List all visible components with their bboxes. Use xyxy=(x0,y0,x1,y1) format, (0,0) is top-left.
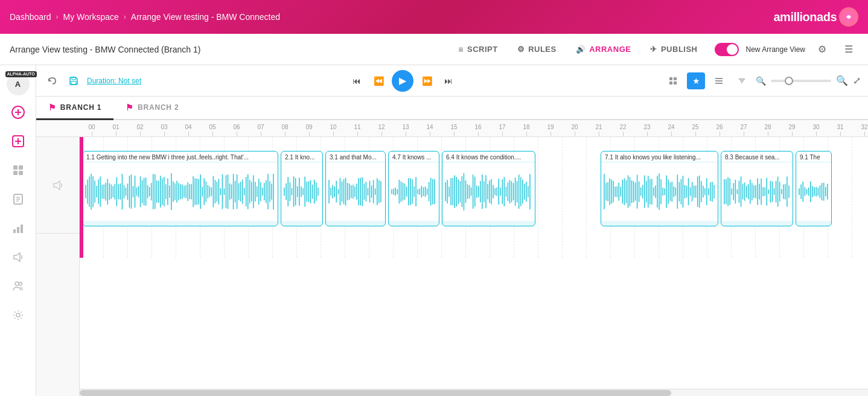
view-filter-button[interactable] xyxy=(733,72,751,89)
svg-rect-26 xyxy=(669,81,672,85)
clip-waveform xyxy=(326,162,385,221)
tracks-area[interactable]: 1.1 Getting into the new BMW i three jus… xyxy=(36,137,868,396)
clip-title: 7.1 It also knows you like listening... xyxy=(601,152,718,162)
track-label-col xyxy=(36,137,80,396)
breadcrumb-dashboard[interactable]: Dashboard xyxy=(10,12,51,22)
zoom-slider[interactable] xyxy=(771,80,831,82)
view-list-button[interactable] xyxy=(710,72,728,89)
ruler-mark: 31 xyxy=(828,124,852,136)
breadcrumb: Dashboard › My Workspace › Arrange View … xyxy=(10,12,280,22)
gear-button[interactable]: ⚙ xyxy=(812,40,832,59)
sidebar-avatar[interactable]: ALPHA-AUTO A xyxy=(7,72,30,95)
clip-footer xyxy=(389,221,439,226)
logo-icon xyxy=(839,7,858,27)
ruler-mark: 29 xyxy=(780,124,804,136)
sidebar-add-circle[interactable] xyxy=(6,100,30,124)
sidebar-chart[interactable] xyxy=(6,216,30,240)
audio-clip[interactable]: 3.1 and that Mo... xyxy=(325,151,386,226)
audio-clip[interactable]: 1.1 Getting into the new BMW i three jus… xyxy=(82,151,278,226)
breadcrumb-project: Arrange View testing - BMW Connected xyxy=(131,12,280,22)
tab-script-label: SCRIPT xyxy=(467,45,498,54)
forward-end-button[interactable]: ⏭ xyxy=(440,72,457,89)
clips-row: 1.1 Getting into the new BMW i three jus… xyxy=(80,149,868,228)
ruler-mark: 17 xyxy=(490,124,514,136)
ruler-mark: 26 xyxy=(707,124,732,136)
svg-rect-27 xyxy=(674,81,677,85)
new-arrange-toggle[interactable] xyxy=(715,43,739,56)
project-title: Arrange View testing - BMW Connected (Br… xyxy=(10,45,441,54)
ruler-mark: 14 xyxy=(418,124,442,136)
audio-clip[interactable]: 8.3 Because it sea... xyxy=(721,151,793,226)
tab-arrange[interactable]: 🔊 ARRANGE xyxy=(569,41,639,58)
clip-footer xyxy=(83,221,278,226)
menu-button[interactable]: ☰ xyxy=(839,40,858,59)
scrollbar-thumb xyxy=(80,390,671,396)
step-back-button[interactable]: ⏪ xyxy=(370,72,387,89)
clip-footer xyxy=(601,221,718,226)
clip-waveform xyxy=(389,162,439,221)
svg-marker-18 xyxy=(14,253,20,261)
svg-rect-15 xyxy=(13,229,16,233)
zoom-in-icon[interactable]: 🔍 xyxy=(836,75,848,86)
svg-point-19 xyxy=(15,282,19,286)
sidebar-settings[interactable] xyxy=(6,303,30,327)
timeline-content: 1.1 Getting into the new BMW i three jus… xyxy=(80,137,868,258)
step-forward-button[interactable]: ⏩ xyxy=(418,72,435,89)
svg-point-21 xyxy=(16,313,20,317)
breadcrumb-sep-2: › xyxy=(124,13,126,21)
track-label-audio xyxy=(36,137,79,234)
clip-footer xyxy=(796,221,831,226)
nav-tabs: ≡ SCRIPT ⚙ RULES 🔊 ARRANGE ✈ PUBLISH xyxy=(451,41,704,58)
ruler-mark: 00 xyxy=(80,124,104,136)
ruler-mark: 19 xyxy=(538,124,563,136)
arrange-icon: 🔊 xyxy=(576,45,586,54)
audio-clip[interactable]: 7.1 It also knows you like listening... xyxy=(601,151,718,226)
sidebar-dashboard[interactable] xyxy=(6,158,30,182)
alpha-badge: ALPHA-AUTO xyxy=(5,71,37,77)
clip-title: 1.1 Getting into the new BMW i three jus… xyxy=(83,152,278,162)
svg-rect-24 xyxy=(669,77,672,80)
expand-button[interactable]: ⤢ xyxy=(853,75,861,86)
sidebar-book[interactable] xyxy=(6,187,30,211)
save-button[interactable] xyxy=(65,72,82,89)
secondary-toolbar: Arrange View testing - BMW Connected (Br… xyxy=(0,34,868,65)
audio-clip[interactable]: 9.1 The xyxy=(796,151,832,226)
breadcrumb-sep-1: › xyxy=(56,13,59,21)
view-grid-button[interactable] xyxy=(664,72,682,89)
duration-label[interactable]: Duration: Not set xyxy=(87,77,141,85)
tab-script[interactable]: ≡ SCRIPT xyxy=(451,41,505,58)
breadcrumb-workspace[interactable]: My Workspace xyxy=(63,12,119,22)
sidebar-add-item[interactable] xyxy=(6,129,30,153)
content-area: Duration: Not set ⏮ ⏪ ▶ ⏩ ⏭ ★ 🔍 xyxy=(36,65,868,396)
svg-rect-16 xyxy=(17,227,19,233)
clip-waveform xyxy=(796,162,831,221)
ruler-mark: 04 xyxy=(176,124,200,136)
clip-waveform xyxy=(83,162,278,221)
audio-clip[interactable]: 6.4 It knows the condition.... xyxy=(442,151,535,226)
ruler-mark: 23 xyxy=(635,124,659,136)
clip-footer xyxy=(442,221,535,226)
view-star-button[interactable]: ★ xyxy=(687,72,705,89)
audio-clip[interactable]: 2.1 It kno... xyxy=(281,151,323,226)
undo-button[interactable] xyxy=(43,72,60,89)
audio-clip[interactable]: 4.7 It knows ... xyxy=(388,151,439,226)
svg-rect-25 xyxy=(674,77,677,80)
sidebar-people[interactable] xyxy=(6,274,30,298)
clip-title: 8.3 Because it sea... xyxy=(721,152,793,162)
tab-publish-label: PUBLISH xyxy=(661,45,698,54)
ruler-mark: 21 xyxy=(587,124,611,136)
tab-rules[interactable]: ⚙ RULES xyxy=(510,41,564,58)
rewind-start-button[interactable]: ⏮ xyxy=(348,72,365,89)
timeline-wrapper: 0001020304050607080910111213141516171819… xyxy=(36,120,868,396)
tab-arrange-label: ARRANGE xyxy=(589,45,631,54)
clip-waveform xyxy=(442,162,535,221)
tab-publish[interactable]: ✈ PUBLISH xyxy=(643,41,704,58)
logo-area: amillionads xyxy=(773,7,858,27)
bottom-scrollbar[interactable] xyxy=(80,389,868,396)
zoom-out-icon[interactable]: 🔍 xyxy=(756,76,766,86)
play-button[interactable]: ▶ xyxy=(392,70,413,92)
sidebar-volume[interactable] xyxy=(6,245,30,269)
position-indicator xyxy=(80,137,83,258)
branch-tab-1[interactable]: ⚑ BRANCH 1 xyxy=(36,97,113,120)
branch-tab-2[interactable]: ⚑ BRANCH 2 xyxy=(113,97,191,120)
